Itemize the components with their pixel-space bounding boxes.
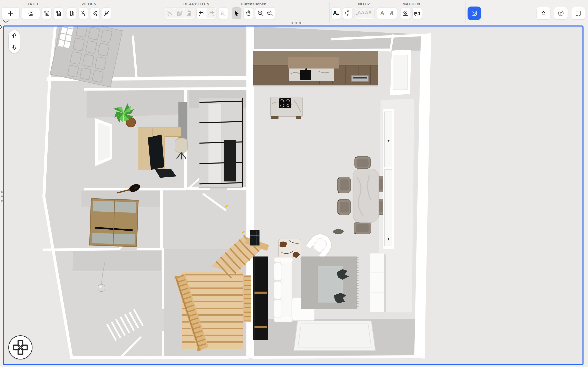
cut-button[interactable] bbox=[165, 8, 175, 18]
draw-surface-button[interactable] bbox=[90, 7, 100, 19]
svg-text:?: ? bbox=[560, 11, 562, 15]
floor-up-arrow-icon bbox=[11, 32, 17, 40]
expand-chevron-right[interactable] bbox=[0, 25, 2, 30]
font-style-group: A A bbox=[377, 7, 397, 19]
chevron-up-down-icon bbox=[540, 10, 547, 17]
split-view-icon bbox=[575, 10, 582, 17]
wardrobe[interactable] bbox=[90, 199, 138, 247]
floor-up-button[interactable] bbox=[10, 32, 18, 40]
copy-icon bbox=[176, 10, 183, 17]
instagram-icon bbox=[471, 10, 478, 17]
toolbar-group-share bbox=[467, 1, 481, 20]
floorplan-scene[interactable] bbox=[4, 26, 582, 364]
window-handle-1 bbox=[388, 140, 389, 142]
window-upper bbox=[384, 112, 392, 167]
shelf-unit[interactable] bbox=[199, 98, 243, 188]
kitchen-cabinets[interactable] bbox=[253, 51, 378, 86]
window-handle-2 bbox=[388, 238, 389, 240]
record-video-button[interactable] bbox=[412, 7, 422, 19]
corner-plus-icon bbox=[80, 10, 87, 17]
draw-room-button[interactable] bbox=[67, 7, 76, 19]
collapse-chevron-down[interactable] bbox=[3, 20, 9, 23]
file-export-icon bbox=[43, 10, 50, 17]
toolbar-right-controls: ? bbox=[536, 7, 585, 20]
open-import-button[interactable] bbox=[22, 7, 40, 19]
text-plus-icon: A+ bbox=[333, 10, 339, 17]
bold-icon: A bbox=[380, 10, 384, 16]
new-plan-button[interactable] bbox=[2, 7, 20, 19]
redo-button[interactable] bbox=[207, 8, 216, 18]
question-icon: ? bbox=[557, 10, 564, 17]
pointer-icon bbox=[233, 10, 240, 17]
toolbar-group-datei: DATEI bbox=[2, 1, 63, 19]
group-label-notiz: NOTIZ bbox=[358, 1, 370, 7]
terrace-panel[interactable] bbox=[294, 321, 375, 351]
paste-button[interactable] bbox=[184, 8, 194, 18]
pan-tool-button[interactable] bbox=[243, 7, 253, 19]
help-button[interactable]: ? bbox=[554, 7, 568, 20]
tall-cabinet[interactable] bbox=[370, 253, 386, 312]
kitchen-sink[interactable] bbox=[300, 70, 311, 80]
hand-icon bbox=[245, 10, 252, 17]
split-view-button[interactable] bbox=[571, 7, 585, 20]
italic-button[interactable]: A bbox=[387, 8, 396, 18]
add-text-button[interactable]: A+ bbox=[331, 7, 341, 19]
rug[interactable] bbox=[301, 257, 357, 309]
dining-table[interactable] bbox=[353, 169, 379, 222]
svg-text:10: 10 bbox=[347, 10, 349, 12]
group-label-bearbeiten: BEARBEITEN bbox=[183, 1, 209, 7]
toolbar-group-ziehen: ZIEHEN bbox=[67, 1, 111, 19]
kitchen-island[interactable] bbox=[270, 97, 302, 119]
take-photo-button[interactable] bbox=[401, 7, 410, 19]
zoom-out-icon bbox=[267, 10, 273, 17]
copy-button[interactable] bbox=[175, 8, 184, 18]
zoom-in-icon bbox=[257, 10, 264, 17]
pen-plus-icon bbox=[91, 10, 98, 17]
overflow-dots-top[interactable] bbox=[292, 22, 301, 24]
pendant-lamp[interactable] bbox=[98, 284, 105, 292]
toolbar-divider bbox=[65, 2, 65, 23]
group-label-ziehen: ZIEHEN bbox=[82, 1, 96, 7]
instagram-share-button[interactable] bbox=[467, 7, 481, 20]
toggle-snap-button[interactable] bbox=[102, 7, 111, 19]
drag-dots-left[interactable] bbox=[1, 191, 3, 202]
display-cabinet[interactable] bbox=[250, 230, 259, 245]
zoom-out-button[interactable] bbox=[265, 8, 275, 18]
floor-down-button[interactable] bbox=[10, 43, 18, 51]
ceiling-lamp bbox=[333, 229, 344, 234]
font-increase-button[interactable]: +AA bbox=[355, 8, 365, 18]
clipboard-button-group bbox=[165, 7, 194, 19]
import-file-button[interactable] bbox=[54, 7, 63, 19]
zoom-in-button[interactable] bbox=[256, 8, 265, 18]
toolbar-group-machen: MACHEN bbox=[401, 1, 422, 19]
nav-dpad[interactable] bbox=[8, 335, 33, 359]
dpad-down[interactable] bbox=[18, 349, 23, 354]
font-decrease-button[interactable]: AA− bbox=[365, 8, 374, 18]
draw-wall-button[interactable] bbox=[79, 7, 88, 19]
video-camera-icon bbox=[414, 10, 421, 17]
tv-unit[interactable] bbox=[253, 257, 268, 340]
viewport-3d[interactable] bbox=[3, 25, 584, 365]
dpad-right[interactable] bbox=[21, 345, 27, 350]
font-size-group: +AA AA− bbox=[355, 7, 375, 19]
select-add-button[interactable] bbox=[219, 7, 228, 19]
bold-button[interactable]: A bbox=[378, 8, 387, 18]
toolbar-divider bbox=[466, 2, 466, 23]
collapse-toolbar-button[interactable] bbox=[536, 7, 550, 20]
dpad-up[interactable] bbox=[18, 341, 23, 346]
undo-icon bbox=[198, 10, 205, 17]
group-label-datei: DATEI bbox=[26, 1, 38, 7]
toolbar-divider bbox=[399, 2, 399, 23]
select-tool-button[interactable] bbox=[232, 7, 241, 19]
toolbar: DATEI bbox=[0, 0, 588, 25]
undo-button[interactable] bbox=[197, 8, 207, 18]
add-dimension-button[interactable]: 10 bbox=[343, 7, 352, 19]
tray-import-icon bbox=[27, 10, 34, 17]
dpad-icon bbox=[11, 338, 30, 357]
clipboard-icon bbox=[185, 10, 192, 17]
dpad-left[interactable] bbox=[14, 345, 19, 350]
side-table[interactable] bbox=[278, 239, 301, 259]
file-import-icon bbox=[55, 10, 62, 17]
export-file-button[interactable] bbox=[42, 7, 52, 19]
toolbar-group-notiz: NOTIZ A+ 10 +AA AA− bbox=[331, 1, 397, 19]
